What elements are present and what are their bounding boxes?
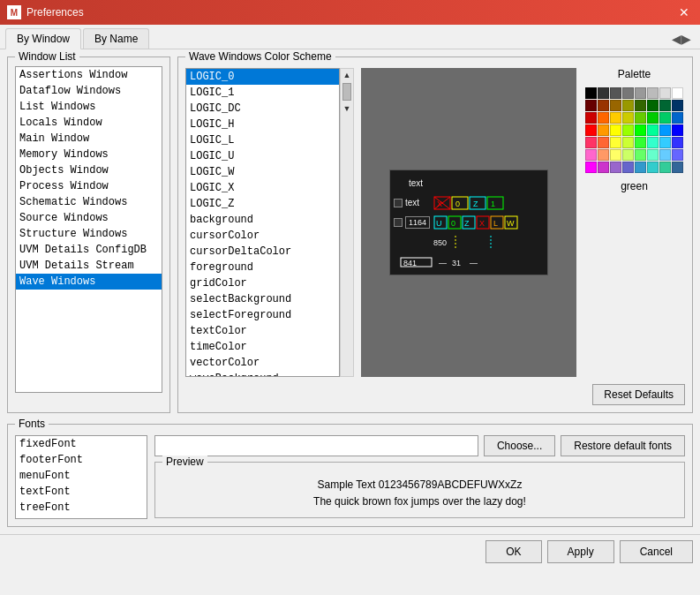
palette-cell[interactable] [672, 87, 683, 99]
palette-cell[interactable] [635, 149, 646, 161]
font-list-item[interactable]: textFont [16, 484, 147, 500]
color-list-item[interactable]: vectorColor [186, 355, 339, 371]
scroll-thumb[interactable] [342, 83, 351, 101]
palette-cell[interactable] [610, 87, 621, 99]
palette-cell[interactable] [598, 100, 609, 111]
palette-cell[interactable] [622, 149, 634, 161]
palette-cell[interactable] [659, 162, 671, 173]
window-list-item[interactable]: Assertions Window [16, 67, 162, 83]
window-list-item[interactable]: Memory Windows [16, 147, 162, 162]
palette-cell[interactable] [647, 162, 659, 173]
window-list-item[interactable]: Objects Window [16, 162, 162, 178]
color-list-item[interactable]: LOGIC_1 [186, 85, 339, 101]
palette-cell[interactable] [585, 87, 597, 99]
palette-cell[interactable] [659, 112, 671, 124]
color-list-item[interactable]: selectForeground [186, 307, 339, 323]
color-list-item[interactable]: timeColor [186, 339, 339, 355]
palette-cell[interactable] [647, 100, 659, 111]
palette-cell[interactable] [622, 162, 634, 173]
palette-cell[interactable] [610, 162, 621, 173]
palette-cell[interactable] [659, 149, 671, 161]
palette-cell[interactable] [622, 112, 634, 124]
window-list[interactable]: Assertions WindowDataflow WindowsList Wi… [15, 66, 162, 393]
wave-checkbox-3[interactable] [394, 218, 403, 227]
color-list-item[interactable]: LOGIC_0 [186, 69, 339, 85]
tab-by-name[interactable]: By Name [83, 28, 149, 49]
palette-cell[interactable] [598, 149, 609, 161]
palette-cell[interactable] [635, 100, 646, 111]
window-list-item[interactable]: Main Window [16, 131, 162, 147]
palette-cell[interactable] [610, 100, 621, 111]
color-list-item[interactable]: LOGIC_W [186, 164, 339, 180]
cancel-button[interactable]: Cancel [620, 540, 693, 563]
palette-cell[interactable] [635, 112, 646, 124]
window-list-item[interactable]: UVM Details ConfigDB [16, 242, 162, 258]
window-list-item[interactable]: Source Windows [16, 210, 162, 226]
palette-cell[interactable] [659, 124, 671, 136]
palette-cell[interactable] [598, 162, 609, 173]
font-list-item[interactable]: waveFont [16, 516, 147, 519]
palette-cell[interactable] [622, 137, 634, 148]
palette-cell[interactable] [647, 112, 659, 124]
palette-cell[interactable] [598, 87, 609, 99]
font-list-item[interactable]: menuFont [16, 468, 147, 484]
color-list-item[interactable]: selectBackground [186, 291, 339, 307]
palette-cell[interactable] [647, 87, 659, 99]
apply-button[interactable]: Apply [547, 540, 614, 563]
window-list-item[interactable]: Process Window [16, 178, 162, 194]
tab-scroll-arrow[interactable]: ◀▶ [672, 32, 695, 46]
choose-font-button[interactable]: Choose... [484, 435, 555, 456]
color-list-scrollbar[interactable]: ▲ ▼ [340, 68, 354, 377]
ok-button[interactable]: OK [485, 540, 541, 563]
palette-cell[interactable] [635, 137, 646, 148]
color-list-item[interactable]: LOGIC_X [186, 180, 339, 196]
palette-cell[interactable] [622, 87, 634, 99]
font-list-item[interactable]: footerFont [16, 452, 147, 468]
palette-cell[interactable] [635, 87, 646, 99]
palette-cell[interactable] [635, 162, 646, 173]
scroll-down-arrow[interactable]: ▼ [341, 102, 353, 115]
palette-cell[interactable] [585, 112, 597, 124]
window-list-item[interactable]: Schematic Windows [16, 194, 162, 210]
color-list-item[interactable]: LOGIC_L [186, 132, 339, 148]
palette-cell[interactable] [585, 149, 597, 161]
palette-cell[interactable] [622, 124, 634, 136]
color-list-item[interactable]: LOGIC_DC [186, 101, 339, 117]
font-list-item[interactable]: treeFont [16, 500, 147, 516]
palette-cell[interactable] [610, 112, 621, 124]
tab-by-window[interactable]: By Window [5, 28, 81, 49]
window-list-item[interactable]: Locals Window [16, 115, 162, 131]
color-list-item[interactable]: LOGIC_Z [186, 196, 339, 212]
color-list-item[interactable]: LOGIC_U [186, 148, 339, 164]
color-list-item[interactable]: waveBackground [186, 371, 339, 377]
window-list-item[interactable]: Wave Windows [16, 274, 162, 290]
palette-cell[interactable] [659, 87, 671, 99]
palette-cell[interactable] [585, 124, 597, 136]
color-list-item[interactable]: cursorColor [186, 228, 339, 244]
palette-cell[interactable] [672, 162, 683, 173]
palette-cell[interactable] [672, 124, 683, 136]
wave-checkbox-2[interactable] [394, 199, 403, 207]
window-list-item[interactable]: Dataflow Windows [16, 83, 162, 99]
palette-cell[interactable] [622, 100, 634, 111]
reset-defaults-button[interactable]: Reset Defaults [592, 384, 685, 405]
font-list-item[interactable]: fixedFont [16, 436, 147, 452]
palette-cell[interactable] [585, 137, 597, 148]
palette-cell[interactable] [585, 162, 597, 173]
font-name-input[interactable] [154, 435, 478, 456]
color-list[interactable]: LOGIC_0LOGIC_1LOGIC_DCLOGIC_HLOGIC_LLOGI… [185, 68, 340, 377]
font-list[interactable]: fixedFontfooterFontmenuFonttextFonttreeF… [15, 435, 147, 519]
palette-cell[interactable] [598, 137, 609, 148]
palette-cell[interactable] [647, 137, 659, 148]
palette-cell[interactable] [635, 124, 646, 136]
restore-fonts-button[interactable]: Restore default fonts [561, 435, 685, 456]
color-list-item[interactable]: foreground [186, 260, 339, 275]
palette-cell[interactable] [585, 100, 597, 111]
window-list-item[interactable]: List Windows [16, 99, 162, 115]
palette-cell[interactable] [610, 149, 621, 161]
scroll-up-arrow[interactable]: ▲ [341, 69, 353, 81]
window-list-item[interactable]: UVM Details Stream [16, 258, 162, 274]
color-list-item[interactable]: cursorDeltaColor [186, 244, 339, 260]
palette-cell[interactable] [598, 112, 609, 124]
palette-cell[interactable] [647, 124, 659, 136]
